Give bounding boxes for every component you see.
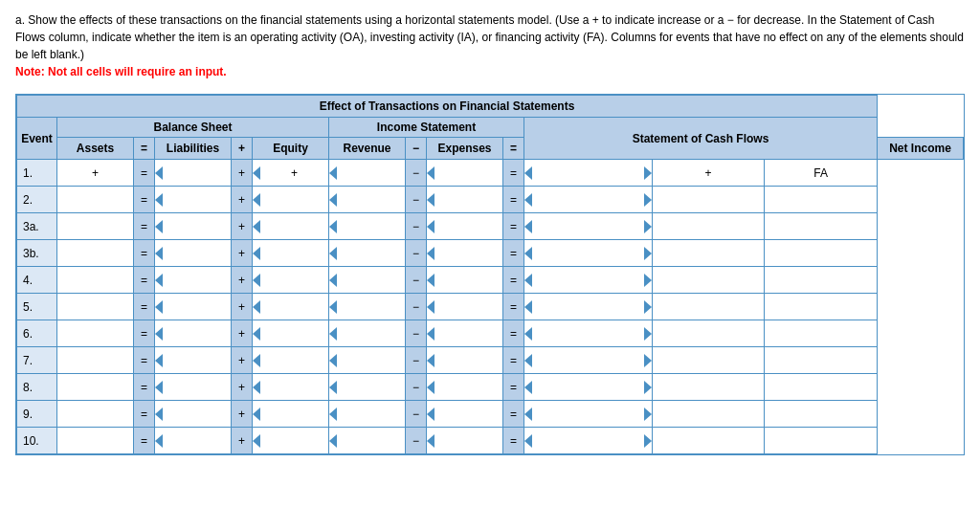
revenue-input[interactable] xyxy=(331,323,403,344)
net-income-cell[interactable] xyxy=(524,374,653,401)
cashflow-plus-input[interactable] xyxy=(655,243,763,264)
assets-input[interactable] xyxy=(59,270,131,291)
cashflow-plus-cell[interactable] xyxy=(652,374,765,401)
assets-input[interactable] xyxy=(59,189,131,210)
equity-cell[interactable] xyxy=(253,160,329,187)
assets-input[interactable] xyxy=(59,323,131,344)
equity-cell[interactable] xyxy=(253,213,329,240)
cashflow-type-input[interactable] xyxy=(767,404,875,425)
cashflow-type-input[interactable] xyxy=(767,323,875,344)
revenue-input[interactable] xyxy=(331,297,403,318)
expenses-input[interactable] xyxy=(429,430,501,452)
equity-input[interactable] xyxy=(255,163,326,184)
expenses-cell[interactable] xyxy=(427,240,503,267)
assets-input[interactable] xyxy=(59,404,131,425)
revenue-cell[interactable] xyxy=(329,347,406,374)
liabilities-cell[interactable] xyxy=(155,160,232,187)
assets-cell[interactable] xyxy=(57,401,134,428)
cashflow-type-cell[interactable] xyxy=(765,294,878,320)
equity-input[interactable] xyxy=(255,377,326,398)
revenue-cell[interactable] xyxy=(329,428,406,454)
assets-cell[interactable] xyxy=(57,160,134,187)
equity-input[interactable] xyxy=(255,430,326,452)
cashflow-type-input[interactable] xyxy=(767,163,875,184)
revenue-cell[interactable] xyxy=(329,213,406,240)
revenue-input[interactable] xyxy=(331,430,403,452)
cashflow-type-cell[interactable] xyxy=(765,240,878,267)
cashflow-plus-cell[interactable] xyxy=(652,401,765,428)
assets-cell[interactable] xyxy=(57,428,134,454)
net-income-input[interactable] xyxy=(526,350,650,371)
liabilities-input[interactable] xyxy=(157,216,229,237)
revenue-cell[interactable] xyxy=(329,187,406,213)
cashflow-plus-input[interactable] xyxy=(655,163,763,184)
cashflow-type-cell[interactable] xyxy=(765,187,878,213)
equity-input[interactable] xyxy=(255,189,326,210)
liabilities-input[interactable] xyxy=(157,297,229,318)
expenses-cell[interactable] xyxy=(427,213,503,240)
cashflow-plus-cell[interactable] xyxy=(652,213,765,240)
cashflow-plus-cell[interactable] xyxy=(652,267,765,294)
net-income-cell[interactable] xyxy=(524,160,653,187)
cashflow-plus-cell[interactable] xyxy=(652,428,765,454)
liabilities-cell[interactable] xyxy=(155,240,232,267)
liabilities-input[interactable] xyxy=(157,323,229,344)
liabilities-input[interactable] xyxy=(157,404,229,425)
cashflow-plus-input[interactable] xyxy=(655,189,763,210)
liabilities-cell[interactable] xyxy=(155,401,232,428)
assets-cell[interactable] xyxy=(57,267,134,294)
liabilities-cell[interactable] xyxy=(155,428,232,454)
equity-input[interactable] xyxy=(255,297,326,318)
revenue-cell[interactable] xyxy=(329,374,406,401)
cashflow-type-input[interactable] xyxy=(767,270,875,291)
net-income-input[interactable] xyxy=(526,163,650,184)
revenue-cell[interactable] xyxy=(329,160,406,187)
net-income-cell[interactable] xyxy=(524,267,653,294)
revenue-cell[interactable] xyxy=(329,294,406,320)
net-income-cell[interactable] xyxy=(524,187,653,213)
liabilities-input[interactable] xyxy=(157,377,229,398)
cashflow-type-input[interactable] xyxy=(767,430,875,452)
assets-input[interactable] xyxy=(59,216,131,237)
expenses-cell[interactable] xyxy=(427,160,503,187)
liabilities-cell[interactable] xyxy=(155,267,232,294)
cashflow-type-cell[interactable] xyxy=(765,401,878,428)
net-income-cell[interactable] xyxy=(524,401,653,428)
equity-cell[interactable] xyxy=(253,401,329,428)
net-income-cell[interactable] xyxy=(524,240,653,267)
cashflow-type-input[interactable] xyxy=(767,216,875,237)
net-income-input[interactable] xyxy=(526,404,650,425)
net-income-input[interactable] xyxy=(526,323,650,344)
revenue-cell[interactable] xyxy=(329,267,406,294)
net-income-input[interactable] xyxy=(526,216,650,237)
cashflow-plus-input[interactable] xyxy=(655,350,763,371)
revenue-input[interactable] xyxy=(331,404,403,425)
liabilities-cell[interactable] xyxy=(155,374,232,401)
assets-cell[interactable] xyxy=(57,320,134,347)
equity-cell[interactable] xyxy=(253,240,329,267)
net-income-input[interactable] xyxy=(526,377,650,398)
expenses-cell[interactable] xyxy=(427,401,503,428)
assets-input[interactable] xyxy=(59,243,131,264)
assets-cell[interactable] xyxy=(57,240,134,267)
cashflow-type-input[interactable] xyxy=(767,350,875,371)
assets-input[interactable] xyxy=(59,297,131,318)
net-income-cell[interactable] xyxy=(524,294,653,320)
cashflow-type-cell[interactable] xyxy=(765,160,878,187)
cashflow-type-input[interactable] xyxy=(767,297,875,318)
revenue-input[interactable] xyxy=(331,163,403,184)
liabilities-input[interactable] xyxy=(157,163,229,184)
expenses-input[interactable] xyxy=(429,189,501,210)
liabilities-input[interactable] xyxy=(157,243,229,264)
cashflow-plus-cell[interactable] xyxy=(652,347,765,374)
liabilities-input[interactable] xyxy=(157,270,229,291)
assets-cell[interactable] xyxy=(57,374,134,401)
cashflow-type-cell[interactable] xyxy=(765,320,878,347)
assets-input[interactable] xyxy=(59,163,131,184)
equity-cell[interactable] xyxy=(253,374,329,401)
equity-input[interactable] xyxy=(255,350,326,371)
assets-cell[interactable] xyxy=(57,187,134,213)
assets-input[interactable] xyxy=(59,430,131,452)
equity-cell[interactable] xyxy=(253,294,329,320)
equity-cell[interactable] xyxy=(253,320,329,347)
